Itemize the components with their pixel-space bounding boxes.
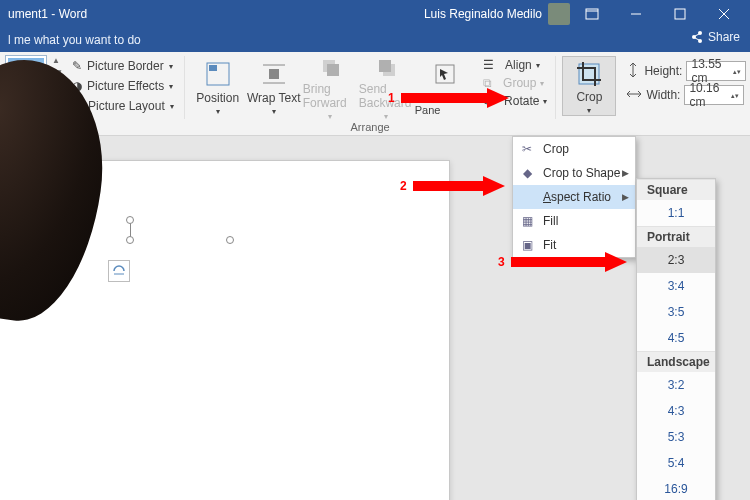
picture-border-button[interactable]: ✎Picture Border ▾ <box>68 56 178 76</box>
svg-marker-21 <box>440 69 448 80</box>
svg-rect-12 <box>209 65 217 71</box>
arrow-icon <box>509 250 627 274</box>
ribbon: ▲▼ ✎Picture Border ▾ ◑Picture Effects ▾ … <box>0 52 750 136</box>
ribbon-display-button[interactable] <box>570 0 614 28</box>
minimize-button[interactable] <box>614 0 658 28</box>
svg-line-9 <box>695 34 699 36</box>
wrap-text-button[interactable]: Wrap Text▾ <box>247 56 301 116</box>
ratio-3-2[interactable]: 3:2 <box>637 372 715 398</box>
layout-options-button[interactable] <box>108 260 130 282</box>
user-avatar-icon <box>548 3 570 25</box>
position-button[interactable]: Position▾ <box>191 56 245 116</box>
arrange-group-label: Arrange <box>185 121 556 133</box>
ratio-header-landscape: Landscape <box>637 351 715 372</box>
svg-rect-17 <box>327 64 339 76</box>
crop-button[interactable]: Crop▾ <box>562 56 616 116</box>
rotate-handle[interactable] <box>126 216 134 224</box>
height-spinner[interactable]: ▴▾ <box>733 69 741 74</box>
svg-rect-13 <box>269 69 279 79</box>
menu-aspect-ratio[interactable]: Aspect Ratio▶ <box>513 185 635 209</box>
user-account[interactable]: Luis Reginaldo Medilo <box>424 3 570 25</box>
svg-line-10 <box>695 38 699 40</box>
ratio-1-1[interactable]: 1:1 <box>637 200 715 226</box>
tell-me-bar[interactable]: l me what you want to do Share <box>0 28 750 52</box>
svg-rect-19 <box>379 60 391 72</box>
ratio-3-4[interactable]: 3:4 <box>637 273 715 299</box>
tell-me-text: l me what you want to do <box>8 33 141 47</box>
annotation-3: 3 <box>498 250 627 274</box>
aspect-ratio-submenu: Square 1:1 Portrait 2:3 3:4 3:5 4:5 Land… <box>636 178 716 500</box>
arrow-icon <box>411 174 505 198</box>
ratio-16-9[interactable]: 16:9 <box>637 476 715 500</box>
send-backward-icon <box>370 54 402 80</box>
ratio-header-square: Square <box>637 179 715 200</box>
width-input[interactable]: 10.16 cm▴▾ <box>684 85 744 105</box>
fill-icon: ▦ <box>519 214 535 228</box>
svg-rect-3 <box>675 9 685 19</box>
width-spinner[interactable]: ▴▾ <box>731 93 739 98</box>
height-row: Height: 13.55 cm▴▾ <box>624 62 748 80</box>
crop-dropdown-menu: ✂Crop ◆Crop to Shape▶ Aspect Ratio▶ ▦Fil… <box>512 136 636 258</box>
bring-forward-button[interactable]: Bring Forward▾ <box>303 56 357 116</box>
picture-effects-button[interactable]: ◑Picture Effects ▾ <box>68 76 178 96</box>
arrow-icon <box>399 86 509 110</box>
ratio-4-5[interactable]: 4:5 <box>637 325 715 351</box>
svg-marker-27 <box>487 88 509 108</box>
height-icon <box>626 62 640 81</box>
title-bar: ument1 - Word Luis Reginaldo Medilo <box>0 0 750 28</box>
share-button[interactable]: Share <box>690 30 740 44</box>
menu-crop-to-shape[interactable]: ◆Crop to Shape▶ <box>513 161 635 185</box>
crop-icon: ✂ <box>519 142 535 156</box>
menu-fill[interactable]: ▦Fill <box>513 209 635 233</box>
ratio-3-5[interactable]: 3:5 <box>637 299 715 325</box>
height-input[interactable]: 13.55 cm▴▾ <box>686 61 746 81</box>
maximize-button[interactable] <box>658 0 702 28</box>
ratio-4-3[interactable]: 4:3 <box>637 398 715 424</box>
position-icon <box>202 58 234 89</box>
width-icon <box>626 87 642 104</box>
wrap-text-icon <box>258 58 290 89</box>
ratio-2-3[interactable]: 2:3 <box>637 247 715 273</box>
crop-icon <box>573 59 605 88</box>
bring-forward-icon <box>314 54 346 80</box>
ratio-header-portrait: Portrait <box>637 226 715 247</box>
svg-marker-29 <box>483 176 505 196</box>
annotation-2: 2 <box>400 174 505 198</box>
menu-crop[interactable]: ✂Crop <box>513 137 635 161</box>
resize-handle-ne[interactable] <box>226 236 234 244</box>
shape-icon: ◆ <box>519 166 535 180</box>
align-icon: ☰ <box>483 58 494 72</box>
pencil-icon: ✎ <box>72 59 82 73</box>
svg-rect-20 <box>436 65 454 83</box>
svg-marker-31 <box>605 252 627 272</box>
share-icon <box>690 30 704 44</box>
annotation-1: 1 <box>388 86 509 110</box>
width-row: Width: 10.16 cm▴▾ <box>624 86 748 104</box>
align-button[interactable]: ☰ Align ▾ <box>481 56 550 74</box>
ratio-5-3[interactable]: 5:3 <box>637 424 715 450</box>
user-name: Luis Reginaldo Medilo <box>424 7 542 21</box>
resize-handle-n[interactable] <box>126 236 134 244</box>
window-title: ument1 - Word <box>4 7 87 21</box>
close-button[interactable] <box>702 0 746 28</box>
ratio-5-4[interactable]: 5:4 <box>637 450 715 476</box>
